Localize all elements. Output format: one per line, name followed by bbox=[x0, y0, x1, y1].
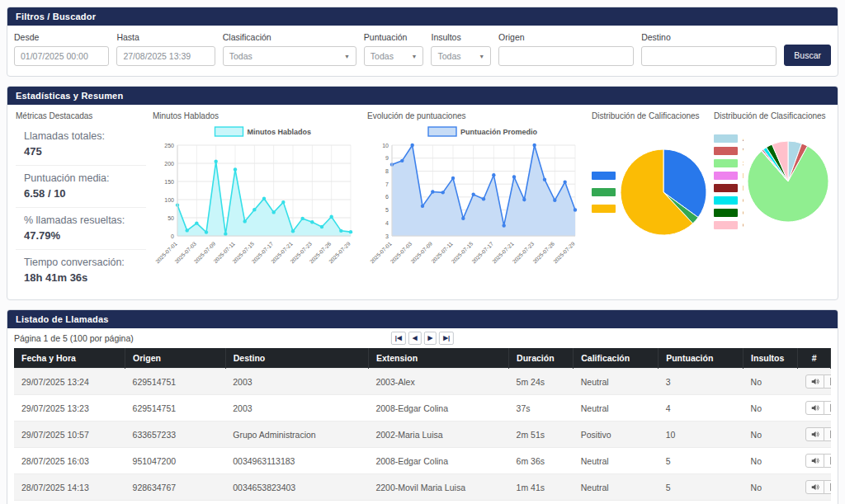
metrics-panel: Métricas Destacadas Llamadas totales: 47… bbox=[16, 111, 146, 291]
destino-input[interactable] bbox=[641, 46, 777, 66]
cell: 5m 24s bbox=[509, 369, 574, 395]
cell: 629514751 bbox=[125, 369, 226, 395]
legend-label: Ventas bbox=[743, 146, 744, 155]
insultos-label: Insultos bbox=[431, 32, 491, 42]
metric-label: Tiempo conversación: bbox=[24, 257, 146, 268]
row-actions bbox=[805, 401, 831, 415]
ratings-pie-panel: Distribución de Calificaciones Positivo … bbox=[592, 111, 707, 291]
desde-input[interactable] bbox=[14, 46, 109, 66]
cell: 951047200 bbox=[125, 501, 226, 504]
view-transcript-button[interactable] bbox=[824, 427, 831, 441]
table-row: 29/07/2025 13:2362951475120032008-Edgar … bbox=[14, 395, 831, 422]
insultos-select[interactable]: Todas ▼ bbox=[431, 46, 491, 66]
puntuacion-label: Puntuación bbox=[364, 32, 424, 42]
cell: 28/07/2025 16:03 bbox=[14, 448, 125, 474]
cell: 0034963113183 bbox=[225, 448, 368, 474]
legend-swatch bbox=[592, 205, 616, 213]
document-icon bbox=[828, 377, 831, 386]
metric-item: Puntuación media: 6.58 / 10 bbox=[16, 166, 146, 208]
actions-cell bbox=[798, 395, 831, 422]
cell: 6m 36s bbox=[509, 448, 574, 474]
legend-item: Reclamación bbox=[714, 171, 744, 180]
field-hasta: Hasta bbox=[116, 32, 215, 66]
svg-text:Minutos Hablados: Minutos Hablados bbox=[248, 128, 312, 136]
svg-text:50: 50 bbox=[168, 215, 174, 221]
cell: 4 bbox=[659, 395, 744, 422]
column-header: Duración bbox=[509, 348, 574, 369]
cell: 29/07/2025 13:24 bbox=[14, 369, 125, 395]
pagination-row: Página 1 de 5 (100 por página) |◀◀▶▶| bbox=[7, 328, 838, 348]
minutes-chart-panel: Minutos Hablados 0501001502002502025-07-… bbox=[153, 111, 361, 291]
legend-swatch bbox=[714, 184, 738, 192]
audio-icon bbox=[810, 377, 819, 386]
play-audio-button[interactable] bbox=[805, 454, 824, 468]
search-button[interactable]: Buscar bbox=[784, 45, 831, 66]
svg-text:0: 0 bbox=[171, 233, 174, 239]
page-first-button[interactable]: |◀ bbox=[391, 332, 406, 345]
legend-label: Cobranza bbox=[743, 195, 744, 205]
cell: 2m 51s bbox=[509, 422, 574, 448]
minutes-chart-title: Minutos Hablados bbox=[153, 111, 361, 120]
table-row: 28/07/2025 16:03951047200003496311318320… bbox=[14, 448, 831, 474]
play-audio-button[interactable] bbox=[805, 427, 824, 441]
pager: |◀◀▶▶| bbox=[391, 332, 454, 345]
cell: No bbox=[744, 422, 798, 448]
cell: 0034653823403 bbox=[225, 474, 368, 501]
ratings-pie-chart bbox=[620, 148, 707, 236]
classifications-pie-title: Distribución de Clasificaciones bbox=[714, 111, 829, 120]
cell: Neutral bbox=[574, 448, 659, 474]
view-transcript-button[interactable] bbox=[824, 401, 831, 415]
play-audio-button[interactable] bbox=[805, 480, 824, 494]
cell: 2002-Maria Luisa bbox=[368, 501, 508, 504]
svg-text:4: 4 bbox=[385, 220, 389, 226]
hasta-input[interactable] bbox=[116, 46, 215, 66]
pagination-info: Página 1 de 5 (100 por página) bbox=[14, 333, 134, 343]
cell: Neutral bbox=[574, 395, 659, 422]
stats-body: Métricas Destacadas Llamadas totales: 47… bbox=[7, 105, 838, 299]
cell: 629514751 bbox=[125, 395, 226, 422]
cell: No bbox=[744, 369, 798, 395]
cell: 29/07/2025 13:23 bbox=[14, 395, 125, 422]
metric-label: % llamadas resueltas: bbox=[24, 214, 146, 226]
play-audio-button[interactable] bbox=[805, 401, 824, 415]
filters-section: Filtros / Buscador Desde Hasta Clasifica… bbox=[7, 7, 838, 77]
svg-text:9: 9 bbox=[385, 155, 389, 161]
calls-table: Fecha y HoraOrigenDestinoExtensionDuraci… bbox=[14, 348, 831, 504]
cell: 1m 41s bbox=[509, 474, 574, 501]
play-audio-button[interactable] bbox=[805, 374, 824, 389]
svg-text:10: 10 bbox=[382, 143, 389, 148]
legend-label: Citas bbox=[743, 208, 744, 217]
view-transcript-button[interactable] bbox=[824, 454, 831, 468]
cell: 10 bbox=[659, 422, 744, 448]
table-row: 29/07/2025 10:57633657233Grupo Administr… bbox=[14, 422, 831, 448]
puntuacion-select[interactable]: Todas ▼ bbox=[364, 46, 424, 66]
ratings-pie-title: Distribución de Calificaciones bbox=[592, 111, 707, 120]
field-clasificacion: Clasificación Todas ▼ bbox=[223, 32, 356, 66]
cell: 928634767 bbox=[125, 474, 226, 501]
actions-cell bbox=[798, 448, 831, 474]
table-header-row: Fecha y HoraOrigenDestinoExtensionDuraci… bbox=[14, 348, 831, 369]
legend-item: Atención al Clie bbox=[714, 134, 744, 143]
page-next-button[interactable]: ▶ bbox=[424, 332, 437, 345]
clasificacion-select[interactable]: Todas ▼ bbox=[223, 46, 356, 66]
document-icon bbox=[828, 403, 831, 412]
svg-text:150: 150 bbox=[164, 179, 174, 185]
origen-input[interactable] bbox=[498, 46, 634, 66]
cell: 2002-Maria Luisa bbox=[368, 422, 508, 448]
field-desde: Desde bbox=[14, 32, 109, 66]
legend-swatch bbox=[714, 172, 738, 180]
view-transcript-button[interactable] bbox=[824, 374, 831, 389]
view-transcript-button[interactable] bbox=[824, 480, 831, 494]
metric-value: 475 bbox=[24, 145, 146, 158]
filters-header: Filtros / Buscador bbox=[7, 7, 838, 26]
clasificacion-value: Todas bbox=[229, 51, 253, 61]
ratings-pie-legend: Positivo Negativo Neutro bbox=[592, 172, 616, 214]
page-prev-button[interactable]: ◀ bbox=[408, 332, 422, 345]
page-last-button[interactable]: ▶| bbox=[439, 332, 454, 345]
cell: 28/07/2025 11:25 bbox=[14, 501, 125, 504]
minutes-line-chart: 0501001502002502025-07-012025-07-032025-… bbox=[153, 124, 359, 279]
table-row: 29/07/2025 13:2462951475120032003-Alex5m… bbox=[14, 369, 831, 395]
cell: 37s bbox=[509, 395, 574, 422]
legend-swatch bbox=[714, 221, 738, 229]
svg-text:250: 250 bbox=[164, 143, 174, 148]
